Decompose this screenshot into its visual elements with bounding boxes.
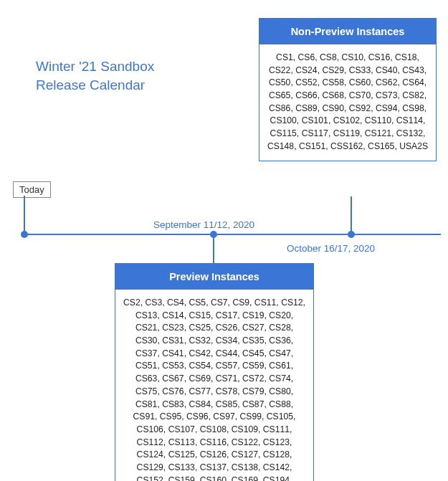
nonpreview-connector xyxy=(351,196,352,234)
nonpreview-box: Non-Preview Instances CS1, CS6, CS8, CS1… xyxy=(259,18,437,161)
dot-today xyxy=(21,231,28,238)
preview-date-label: September 11/12, 2020 xyxy=(153,219,254,230)
title-line-1: Winter '21 Sandbox xyxy=(36,57,154,76)
preview-header: Preview Instances xyxy=(115,264,313,290)
title-line-2: Release Calendar xyxy=(36,76,154,95)
nonpreview-body: CS1, CS6, CS8, CS10, CS16, CS18, CS22, C… xyxy=(259,44,436,161)
diagram-canvas: Winter '21 Sandbox Release Calendar Toda… xyxy=(0,0,448,481)
preview-box: Preview Instances CS2, CS3, CS4, CS5, CS… xyxy=(115,263,314,481)
today-marker: Today xyxy=(13,181,51,198)
preview-body: CS2, CS3, CS4, CS5, CS7, CS9, CS11, CS12… xyxy=(115,290,313,481)
today-connector xyxy=(24,196,25,234)
nonpreview-date-label: October 16/17, 2020 xyxy=(287,243,375,254)
preview-connector xyxy=(213,234,214,263)
diagram-title: Winter '21 Sandbox Release Calendar xyxy=(36,57,154,94)
timeline-axis xyxy=(22,234,441,235)
nonpreview-header: Non-Preview Instances xyxy=(259,19,436,44)
